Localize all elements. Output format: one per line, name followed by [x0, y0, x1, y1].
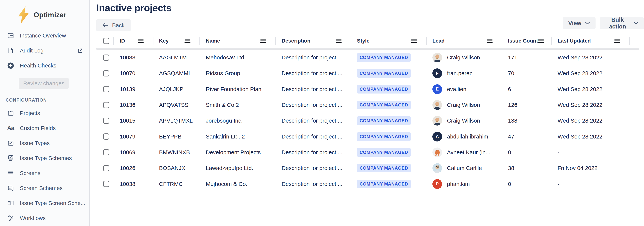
main-content: Inactive projects Back View Bulk action …	[90, 0, 644, 226]
review-changes-button[interactable]: Review changes	[19, 78, 69, 89]
table-row[interactable]: 10026BOSANJXLawadzapufpo Ltd.Description…	[96, 160, 639, 176]
cell-name: River Foundation Plan	[200, 86, 276, 92]
row-checkbox[interactable]	[103, 70, 109, 76]
sidebar-item-screens[interactable]: Screens	[0, 166, 90, 181]
column-menu-icon[interactable]	[138, 38, 144, 43]
table-row[interactable]: 10070AGSQAMMIRidsus GroupDescription for…	[96, 65, 639, 81]
style-badge: COMPANY MANAGED	[357, 85, 411, 94]
table-row[interactable]: 10083AAGLMTM...Mehodosav Ltd.Description…	[96, 50, 639, 65]
sidebar: Optimizer Instance OverviewAudit LogHeal…	[0, 0, 90, 226]
column-menu-icon[interactable]	[260, 38, 266, 43]
cell-style: COMPANY MANAGED	[351, 85, 427, 94]
style-badge: COMPANY MANAGED	[357, 164, 411, 172]
cell-key: BEYPPB	[154, 133, 200, 140]
cell-name: Smith & Co.2	[200, 102, 276, 108]
cell-style: COMPANY MANAGED	[351, 69, 427, 78]
cell-id: 10026	[114, 165, 154, 171]
column-menu-icon[interactable]	[411, 38, 417, 43]
row-checkbox[interactable]	[103, 181, 109, 187]
row-checkbox[interactable]	[103, 165, 109, 171]
row-checkbox[interactable]	[103, 55, 109, 61]
column-menu-icon[interactable]	[487, 38, 493, 43]
chevron-down-icon	[585, 22, 590, 25]
row-checkbox[interactable]	[103, 149, 109, 155]
cell-issue-count: 171	[502, 54, 552, 61]
sidebar-item-instance-overview[interactable]: Instance Overview	[0, 28, 90, 43]
cell-style: COMPANY MANAGED	[351, 101, 427, 109]
sidebar-item-label: Projects	[20, 110, 40, 116]
column-header-last-updated: Last Updated	[552, 34, 630, 48]
table-row[interactable]: 10038CFTRMCMujhocom & Co.Description for…	[96, 176, 639, 192]
cell-lead: Craig Willson	[427, 53, 502, 62]
cell-description: Description for project ...	[276, 86, 351, 92]
sidebar-item-audit-log[interactable]: Audit Log	[0, 43, 90, 58]
row-checkbox[interactable]	[103, 118, 109, 124]
lead-name: Craig Willson	[447, 102, 480, 108]
table-row[interactable]: 10139AJQLJKPRiver Foundation PlanDescrip…	[96, 81, 639, 97]
lines-icon	[7, 170, 14, 177]
cell-id: 10069	[114, 149, 154, 155]
avatar	[432, 147, 442, 157]
column-header-issue-count: Issue Count	[502, 34, 552, 48]
table-row[interactable]: 10136APQVATSSSmith & Co.2Description for…	[96, 97, 639, 113]
cell-id: 10015	[114, 117, 154, 124]
avatar: F	[432, 68, 442, 78]
back-button[interactable]: Back	[96, 19, 130, 31]
cell-description: Description for project ...	[276, 102, 351, 108]
cell-last-updated: Wed Sep 28 2022	[552, 102, 630, 108]
cell-last-updated: -	[552, 181, 630, 187]
sidebar-item-issue-types[interactable]: Issue Types	[0, 136, 90, 151]
cell-last-updated: Wed Sep 28 2022	[552, 117, 630, 124]
sidebar-item-issue-type-schemes[interactable]: Issue Type Schemes	[0, 151, 90, 166]
cell-issue-count: 70	[502, 70, 552, 76]
row-checkbox[interactable]	[103, 102, 109, 108]
cell-lead: Aabdullah.ibrahim	[427, 132, 502, 141]
cell-id: 10083	[114, 54, 154, 61]
column-header-id: ID	[114, 34, 154, 48]
sidebar-item-health-checks[interactable]: Health Checks	[0, 58, 90, 73]
page-title: Inactive projects	[96, 2, 172, 14]
column-menu-icon[interactable]	[538, 38, 544, 43]
sidebar-item-screen-schemes[interactable]: Screen Schemes	[0, 181, 90, 196]
column-menu-icon[interactable]	[184, 38, 190, 43]
back-arrow-icon	[102, 23, 109, 28]
column-label: Lead	[432, 38, 444, 44]
cell-name: Ridsus Group	[200, 70, 276, 76]
column-header-key: Key	[154, 34, 200, 48]
sidebar-item-workflows[interactable]: Workflows	[0, 211, 90, 226]
sidebar-item-custom-fields[interactable]: AaCustom Fields	[0, 121, 90, 136]
layout-icon	[7, 32, 14, 39]
cell-description: Description for project ...	[276, 133, 351, 140]
column-menu-icon[interactable]	[614, 38, 620, 43]
cell-name: Lawadzapufpo Ltd.	[200, 165, 276, 171]
avatar	[432, 100, 442, 110]
column-menu-icon[interactable]	[336, 38, 342, 43]
projects-table: IDKeyNameDescriptionStyleLeadIssue Count…	[96, 34, 639, 192]
column-label: Issue Count	[508, 38, 538, 44]
table-row[interactable]: 10079BEYPPBSankalrin Ltd. 2Description f…	[96, 129, 639, 144]
row-checkbox[interactable]	[103, 133, 109, 140]
cell-lead: Craig Willson	[427, 100, 502, 110]
cell-checkbox	[96, 102, 114, 108]
table-row[interactable]: 10069BMWNINXBDevelopment ProjectsDescrip…	[96, 144, 639, 160]
bulk-action-dropdown-button[interactable]: Bulk action	[600, 17, 644, 29]
table-header-row: IDKeyNameDescriptionStyleLeadIssue Count…	[96, 34, 639, 48]
column-label: ID	[120, 38, 125, 44]
sidebar-item-label: Custom Fields	[20, 125, 56, 131]
view-dropdown-button[interactable]: View	[562, 17, 596, 29]
table-row[interactable]: 10015APVLQTMXLJorebsogu Inc.Description …	[96, 113, 639, 129]
lightning-bolt-icon	[17, 6, 30, 24]
cell-key: BOSANJX	[154, 165, 200, 171]
sidebar-item-issue-type-screen-sche[interactable]: Issue Type Screen Sche...	[0, 196, 90, 211]
sidebar-item-label: Screen Schemes	[20, 185, 62, 191]
select-all-checkbox[interactable]	[103, 38, 109, 44]
lead-name: phan.kim	[447, 181, 470, 187]
sidebar-item-projects[interactable]: Projects	[0, 106, 90, 121]
folder-icon	[7, 110, 14, 117]
row-checkbox[interactable]	[103, 86, 109, 92]
lead-name: fran.perez	[447, 70, 472, 76]
list-square-icon	[7, 199, 14, 207]
column-header-name: Name	[200, 34, 276, 48]
cell-checkbox	[96, 70, 114, 76]
column-label: Description	[282, 38, 310, 44]
